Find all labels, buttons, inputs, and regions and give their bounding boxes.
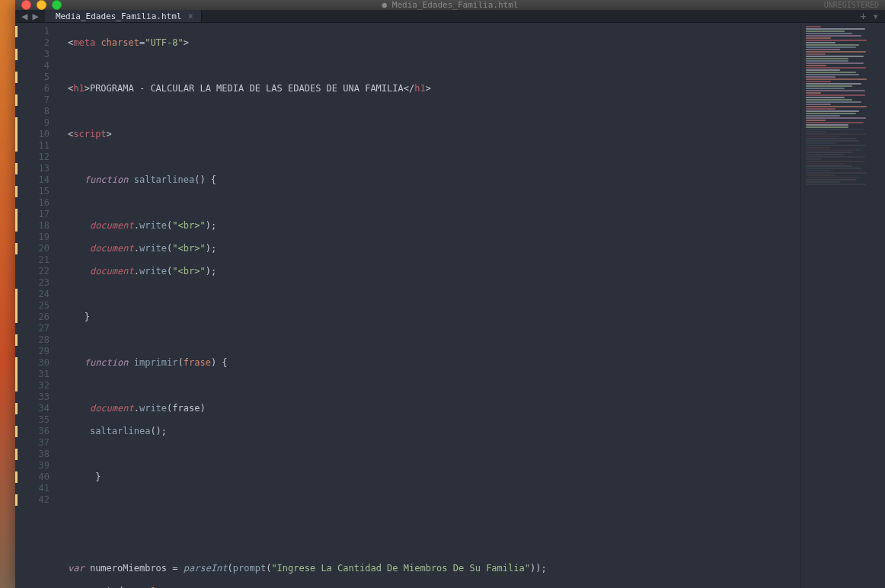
close-window-button[interactable] — [21, 0, 31, 10]
code-content[interactable]: <meta charset="UTF-8"> <h1>PROGRAMA - CA… — [57, 23, 800, 588]
modification-marks — [15, 23, 17, 588]
editor-area[interactable]: 1234567891011121314151617181920212223242… — [15, 23, 885, 588]
new-tab-icon[interactable]: + — [860, 10, 866, 22]
titlebar-filename: ● Media_Edades_Familia.html — [15, 0, 885, 10]
file-tab[interactable]: Media_Edades_Familia.html × — [45, 10, 202, 22]
tab-menu-icon[interactable]: ▾ — [873, 10, 879, 22]
minimize-window-button[interactable] — [37, 0, 46, 10]
tab-close-icon[interactable]: × — [187, 11, 193, 21]
nav-arrows: ◀ ▶ — [15, 10, 45, 22]
editor-window: ● Media_Edades_Familia.html UNREGISTERED… — [15, 0, 885, 585]
nav-forward-icon[interactable]: ▶ — [30, 10, 40, 22]
unregistered-label: UNREGISTERED — [824, 1, 879, 9]
titlebar: ● Media_Edades_Familia.html UNREGISTERED — [15, 0, 885, 10]
maximize-window-button[interactable] — [52, 0, 62, 10]
nav-back-icon[interactable]: ◀ — [20, 10, 29, 22]
window-controls — [15, 0, 62, 10]
minimap[interactable] — [800, 23, 885, 588]
tab-label: Media_Edades_Familia.html — [56, 11, 182, 21]
tab-bar: ◀ ▶ Media_Edades_Familia.html × + ▾ — [15, 10, 885, 23]
desktop-background: ● Media_Edades_Familia.html UNREGISTERED… — [0, 0, 885, 588]
line-number-gutter: 1234567891011121314151617181920212223242… — [15, 23, 57, 588]
